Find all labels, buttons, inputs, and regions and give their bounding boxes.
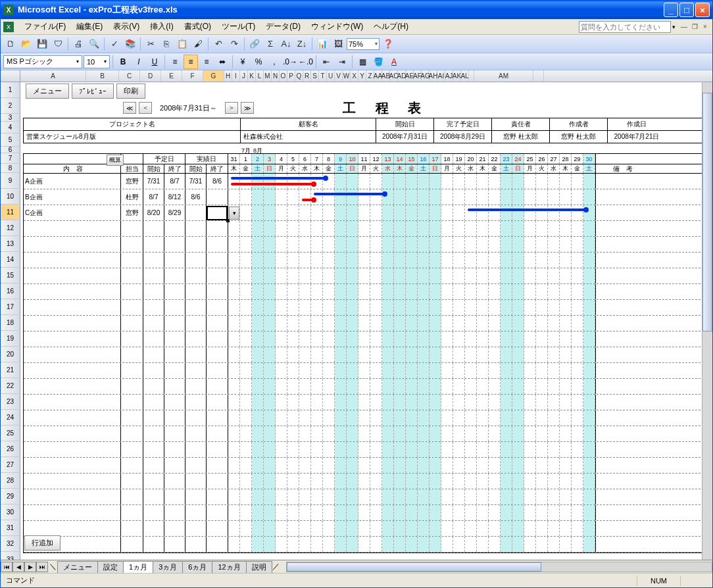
schedule-cell[interactable]: 7/31 [185, 174, 207, 189]
schedule-cell[interactable]: 8/6 [185, 189, 207, 205]
column-header[interactable]: R [303, 70, 311, 82]
schedule-cell[interactable] [24, 521, 121, 536]
column-header[interactable]: AM [474, 70, 533, 82]
print-icon[interactable]: 🖨 [71, 37, 86, 51]
format-painter-icon[interactable]: 🖌 [191, 37, 205, 51]
sheet-tab[interactable]: 1ヵ月 [123, 561, 153, 573]
spelling-icon[interactable]: ✓ [107, 37, 122, 51]
meta-value-cell[interactable]: 窓野 杜太郎 [550, 131, 608, 143]
align-center-button[interactable]: ≡ [184, 55, 198, 69]
schedule-cell[interactable] [185, 537, 207, 552]
schedule-cell[interactable] [24, 442, 121, 457]
schedule-cell[interactable] [164, 458, 185, 473]
tab-next-button[interactable]: ▶ [24, 562, 36, 572]
row-header[interactable]: 6 [1, 147, 20, 153]
schedule-cell[interactable] [143, 316, 164, 331]
remarks-cell[interactable] [595, 363, 649, 378]
minimize-button[interactable]: _ [664, 3, 678, 17]
column-header[interactable]: I [232, 70, 240, 82]
remarks-cell[interactable]: 備 考 [595, 164, 649, 173]
schedule-cell[interactable] [185, 300, 207, 315]
schedule-cell[interactable] [207, 284, 228, 299]
meta-value-cell[interactable]: 杜森株式会社 [241, 131, 376, 143]
schedule-cell[interactable] [121, 237, 143, 252]
chart-icon[interactable]: 📊 [315, 37, 330, 51]
schedule-cell[interactable] [24, 284, 121, 299]
schedule-cell[interactable] [185, 253, 207, 268]
font-size-dropdown[interactable]: 10 [84, 55, 110, 68]
schedule-cell[interactable] [121, 331, 143, 347]
schedule-cell[interactable] [143, 300, 164, 315]
schedule-cell[interactable] [143, 537, 164, 552]
schedule-cell[interactable] [143, 363, 164, 378]
schedule-cell[interactable] [207, 268, 228, 283]
meta-value-cell[interactable]: 営業スケジュール8月版 [24, 131, 241, 143]
comma-button[interactable]: , [267, 55, 282, 69]
schedule-cell[interactable] [185, 284, 207, 299]
row-header[interactable]: 20 [1, 347, 20, 362]
column-header[interactable]: Y [358, 70, 366, 82]
schedule-cell[interactable] [121, 379, 143, 394]
sheet-tab[interactable]: 設定 [97, 561, 124, 573]
column-header[interactable]: K [248, 70, 256, 82]
sort-asc-icon[interactable]: A↓ [279, 37, 293, 51]
schedule-cell[interactable] [185, 347, 207, 362]
remarks-cell[interactable] [595, 458, 649, 473]
doc-restore-button[interactable]: ❐ [690, 22, 699, 32]
preview-icon[interactable]: 🔍 [87, 37, 101, 51]
schedule-cell[interactable] [24, 474, 121, 489]
schedule-cell[interactable] [164, 347, 185, 362]
schedule-cell[interactable] [24, 379, 121, 394]
column-header[interactable] [533, 70, 544, 82]
menu-item[interactable]: 挿入(I) [145, 20, 178, 32]
schedule-cell[interactable] [164, 253, 185, 268]
schedule-cell[interactable] [143, 410, 164, 426]
remarks-cell[interactable] [595, 474, 649, 489]
schedule-cell[interactable] [121, 268, 143, 283]
schedule-cell[interactable] [24, 426, 121, 441]
schedule-cell[interactable]: 窓野 [121, 205, 143, 220]
schedule-cell[interactable] [143, 221, 164, 236]
schedule-cell[interactable] [24, 268, 121, 283]
column-header[interactable]: X [351, 70, 358, 82]
redo-icon[interactable]: ↷ [227, 37, 241, 51]
menu-item[interactable]: ツール(T) [216, 20, 260, 32]
hyperlink-icon[interactable]: 🔗 [247, 37, 262, 51]
sheet-tab[interactable]: 説明 [246, 561, 272, 573]
row-header[interactable]: 30 [1, 504, 20, 520]
schedule-cell[interactable] [121, 395, 143, 410]
schedule-cell[interactable] [24, 300, 121, 315]
underline-button[interactable]: U [147, 55, 162, 69]
menu-item[interactable]: ヘルプ(H) [368, 20, 414, 32]
column-header[interactable]: V [335, 70, 343, 82]
font-dropdown[interactable]: MS Pゴシック [3, 55, 82, 68]
add-row-button[interactable]: 行追加 [24, 535, 61, 551]
schedule-cell[interactable] [207, 442, 228, 457]
remarks-cell[interactable] [595, 410, 649, 426]
remarks-cell[interactable] [595, 284, 649, 299]
zoom-dropdown[interactable]: 75% [347, 38, 380, 50]
schedule-cell[interactable] [185, 474, 207, 489]
cell-dropdown-button[interactable]: ▾ [229, 207, 239, 220]
row-header[interactable]: 11 [1, 205, 20, 220]
schedule-cell[interactable] [121, 458, 143, 473]
row-header[interactable]: 28 [1, 473, 20, 489]
schedule-cell[interactable]: C企画 [24, 205, 121, 220]
column-header[interactable]: H [224, 70, 232, 82]
row-header[interactable]: 23 [1, 394, 20, 410]
schedule-cell[interactable] [143, 268, 164, 283]
schedule-cell[interactable] [24, 458, 121, 473]
bold-button[interactable]: B [116, 55, 130, 69]
schedule-cell[interactable] [185, 442, 207, 457]
schedule-cell[interactable] [164, 331, 185, 347]
menu-item[interactable]: 書式(O) [179, 20, 216, 32]
column-header[interactable]: B [86, 70, 119, 82]
meta-value-cell[interactable]: 2008年8月29日 [434, 131, 492, 143]
schedule-cell[interactable] [24, 237, 121, 252]
row-header[interactable]: 18 [1, 315, 20, 331]
schedule-cell[interactable]: 窓野 [121, 174, 143, 189]
schedule-cell[interactable] [24, 221, 121, 236]
row-header[interactable]: 32 [1, 536, 20, 552]
schedule-cell[interactable] [185, 521, 207, 536]
schedule-cell[interactable] [121, 521, 143, 536]
